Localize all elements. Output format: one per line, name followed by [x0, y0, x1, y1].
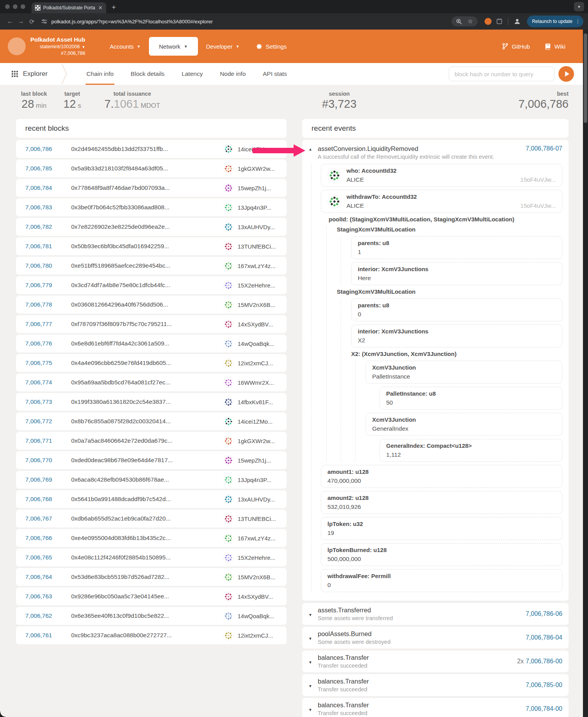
- github-link[interactable]: GitHub: [502, 43, 530, 50]
- block-number-link[interactable]: 7,006,763: [25, 593, 71, 600]
- author-account-link[interactable]: 15MV2nX6B...: [238, 574, 280, 580]
- event-block-link[interactable]: 7,006,786-04: [526, 634, 562, 641]
- event-block-link[interactable]: 7,006,786-00: [526, 658, 562, 664]
- collapse-toggle-icon[interactable]: ▲: [308, 145, 318, 151]
- query-submit-button[interactable]: [558, 66, 574, 82]
- nav-accounts[interactable]: Accounts▼: [102, 30, 149, 63]
- event-block-link[interactable]: 7,006,784-00: [526, 705, 562, 712]
- author-account-link[interactable]: 13TUNfEBCi...: [238, 243, 280, 250]
- author-account-link[interactable]: 14xSXydBV...: [238, 593, 280, 600]
- author-account-link[interactable]: 12ixt2xmCJ...: [238, 360, 280, 366]
- event-row[interactable]: ▼ balances.Transfer Transfer succeeded 7…: [302, 674, 569, 696]
- tab-search-chevron-icon[interactable]: ▾: [574, 2, 584, 11]
- url-bar[interactable]: polkadot.js.org/apps/?rpc=ws%3A%2F%2Floc…: [51, 19, 452, 25]
- new-tab-button[interactable]: +: [112, 3, 116, 12]
- block-number-link[interactable]: 7,006,781: [25, 243, 71, 250]
- block-number-link[interactable]: 7,006,785: [25, 165, 71, 172]
- block-number-link[interactable]: 7,006,761: [25, 632, 71, 639]
- zoom-icon[interactable]: [456, 19, 462, 25]
- author-account-link[interactable]: 13xAUHVDy...: [238, 224, 280, 230]
- browser-menu-icon[interactable]: ⋮: [576, 19, 580, 24]
- event-block-link[interactable]: 7,006,786-07: [526, 145, 562, 152]
- event-liquidity-removed[interactable]: ▲ assetConversion.LiquidityRemoved A suc…: [302, 140, 569, 601]
- author-account-link[interactable]: 14wQoaBqk...: [238, 613, 280, 619]
- author-account-link[interactable]: 16WWmr2X...: [238, 379, 280, 386]
- block-number-link[interactable]: 7,006,779: [25, 282, 71, 289]
- window-controls[interactable]: [0, 4, 32, 13]
- author-account-link[interactable]: 13Jpq4n3P...: [238, 477, 280, 483]
- block-number-link[interactable]: 7,006,773: [25, 398, 71, 405]
- scrollbar[interactable]: [583, 30, 588, 717]
- event-row[interactable]: ▼ balances.Transfer Transfer succeeded 7…: [302, 698, 569, 717]
- block-number-link[interactable]: 7,006,783: [25, 204, 71, 211]
- author-account-link[interactable]: 15wepZh1j...: [238, 457, 280, 464]
- event-block-link[interactable]: 7,006,785-00: [526, 682, 562, 688]
- forward-icon[interactable]: →: [16, 18, 26, 25]
- block-number-link[interactable]: 7,006,786: [25, 146, 71, 153]
- site-info-icon[interactable]: [41, 18, 47, 25]
- event-block-link[interactable]: 7,006,786-06: [526, 610, 562, 617]
- block-number-link[interactable]: 7,006,775: [25, 359, 71, 366]
- expand-toggle-icon[interactable]: ▼: [308, 682, 318, 688]
- block-number-link[interactable]: 7,006,776: [25, 340, 71, 347]
- expand-toggle-icon[interactable]: ▼: [308, 611, 318, 617]
- author-account-link[interactable]: 13TUNfEBCi...: [238, 515, 280, 522]
- tab-close-icon[interactable]: ✕: [98, 5, 103, 11]
- author-account-link[interactable]: 15MV2nX6B...: [238, 302, 280, 308]
- wiki-link[interactable]: Wiki: [545, 43, 565, 50]
- profile-icon[interactable]: [514, 18, 521, 25]
- author-account-link[interactable]: 14icei1ZMo...: [238, 146, 280, 153]
- expand-toggle-icon[interactable]: ▼: [308, 658, 318, 664]
- block-number-link[interactable]: 7,006,771: [25, 437, 71, 444]
- author-account-link[interactable]: 1gkGXWr2w...: [238, 165, 280, 172]
- event-row[interactable]: ▼ assets.Transferred Some assets were tr…: [302, 603, 569, 625]
- block-number-link[interactable]: 7,006,767: [25, 515, 71, 522]
- extension-icon[interactable]: [496, 18, 502, 25]
- author-account-link[interactable]: 14xSXydBV...: [238, 321, 280, 328]
- block-number-link[interactable]: 7,006,782: [25, 223, 71, 230]
- browser-tab[interactable]: Polkadot/Substrate Portal ✕: [32, 2, 106, 13]
- author-account-link[interactable]: 14wQoaBqk...: [238, 340, 280, 347]
- block-number-link[interactable]: 7,006,774: [25, 379, 71, 386]
- window-minimize-button[interactable]: [13, 4, 18, 9]
- block-number-link[interactable]: 7,006,768: [25, 496, 71, 503]
- back-icon[interactable]: ←: [5, 18, 16, 25]
- relaunch-button[interactable]: Relaunch to update ⋮: [527, 16, 583, 27]
- nav-network[interactable]: Network▼: [149, 37, 198, 56]
- block-number-link[interactable]: 7,006,784: [25, 184, 71, 191]
- chain-logo[interactable]: [8, 37, 26, 55]
- block-number-link[interactable]: 7,006,764: [25, 573, 71, 580]
- apps-grid-icon[interactable]: [12, 71, 18, 77]
- tab-block-details[interactable]: Block details: [122, 63, 173, 85]
- block-number-link[interactable]: 7,006,766: [25, 535, 71, 542]
- nav-developer[interactable]: Developer▼: [198, 30, 248, 63]
- chain-selector[interactable]: Polkadot Asset Hub statemint/1002006 ▼ #…: [30, 36, 85, 57]
- window-zoom-button[interactable]: [21, 4, 25, 9]
- block-number-link[interactable]: 7,006,780: [25, 262, 71, 269]
- tab-chain-info[interactable]: Chain info: [78, 63, 122, 85]
- event-row[interactable]: ▼ poolAssets.Burned Some assets were des…: [302, 627, 569, 649]
- author-account-link[interactable]: 13xAUHVDy...: [238, 496, 280, 503]
- author-account-link[interactable]: 15X2eHehre...: [238, 282, 280, 289]
- author-account-link[interactable]: 167xwLzY4z...: [238, 535, 280, 542]
- tab-api-stats[interactable]: API stats: [254, 63, 296, 85]
- block-number-link[interactable]: 7,006,777: [25, 321, 71, 328]
- scrollbar-thumb[interactable]: [584, 33, 587, 123]
- author-account-link[interactable]: 13Jpq4n3P...: [238, 204, 280, 211]
- author-account-link[interactable]: 167xwLzY4z...: [238, 263, 280, 269]
- account-identicon[interactable]: [327, 195, 341, 209]
- author-account-link[interactable]: 15X2eHehre...: [238, 554, 280, 561]
- author-account-link[interactable]: 15wepZh1j...: [238, 185, 280, 191]
- tab-latency[interactable]: Latency: [173, 63, 211, 85]
- block-number-link[interactable]: 7,006,772: [25, 418, 71, 425]
- event-row[interactable]: ▼ balances.Transfer Transfer succeeded 2…: [302, 650, 569, 672]
- author-account-link[interactable]: 14fbxKv81F...: [238, 399, 280, 405]
- author-account-link[interactable]: 1gkGXWr2w...: [238, 438, 280, 444]
- block-number-link[interactable]: 7,006,769: [25, 476, 71, 483]
- reload-icon[interactable]: ⟳: [26, 18, 37, 25]
- author-account-link[interactable]: 14icei1ZMo...: [238, 418, 280, 425]
- block-number-link[interactable]: 7,006,778: [25, 301, 71, 308]
- window-close-button[interactable]: [5, 4, 10, 9]
- author-account-link[interactable]: 12ixt2xmCJ...: [238, 632, 280, 639]
- bookmark-star-icon[interactable]: ☆: [467, 18, 472, 25]
